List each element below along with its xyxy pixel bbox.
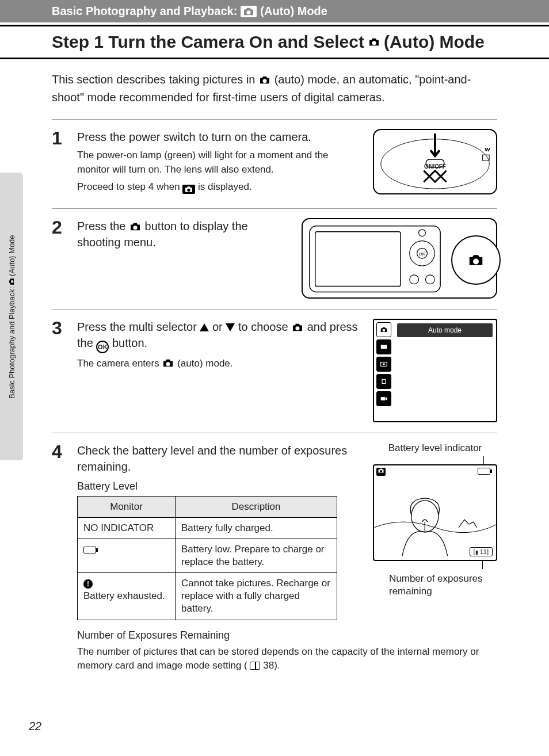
step-number: 2 <box>52 218 77 299</box>
intro-paragraph: This section describes taking pictures i… <box>52 71 497 106</box>
leader-line <box>482 561 483 569</box>
step-number: 4 <box>52 442 77 677</box>
svg-point-9 <box>410 275 419 284</box>
table-row: NO INDICATOR Battery fully charged. <box>78 518 337 539</box>
camera-icon <box>182 185 195 194</box>
svg-rect-16 <box>381 397 386 400</box>
table-row: Battery low. Prepare to charge or replac… <box>78 539 337 573</box>
triangle-up-icon <box>200 323 209 331</box>
step3-heading: Press the multi selector or to choose an… <box>77 319 363 353</box>
battery-level-heading: Battery Level <box>77 480 363 492</box>
step3-figure: Auto mode <box>373 319 497 422</box>
triangle-down-icon <box>226 323 235 331</box>
mode-scene-icon <box>376 339 391 354</box>
step-3: 3 Press the multi selector or to choose … <box>52 309 497 433</box>
step1-figure: W ON/OFF <box>373 129 497 194</box>
step-1: 1 Press the power switch to turn on the … <box>52 119 497 208</box>
step-4: 4 Check the battery level and the number… <box>52 433 497 687</box>
header-suffix: (Auto) Mode <box>260 5 327 18</box>
page-title: Step 1 Turn the Camera On and Select (Au… <box>0 25 549 59</box>
battery-low-icon <box>83 547 96 553</box>
svg-rect-15 <box>382 379 386 383</box>
onoff-label: ON/OFF <box>424 163 446 170</box>
mode-movie-icon <box>376 391 391 406</box>
camera-icon <box>258 75 271 85</box>
chapter-header: Basic Photography and Playback: (Auto) M… <box>0 0 549 22</box>
step-number: 1 <box>52 129 77 198</box>
step-number: 3 <box>52 319 77 422</box>
camera-icon <box>129 222 142 231</box>
side-tab: Basic Photography and Playback: (Auto) M… <box>0 173 23 460</box>
mode-smart-icon <box>376 357 391 372</box>
page-number: 22 <box>29 720 41 733</box>
camera-icon <box>241 6 257 17</box>
step1-sub2: Proceed to step 4 when is displayed. <box>77 180 363 194</box>
svg-rect-12 <box>381 345 387 349</box>
title-prefix: Step 1 Turn the Camera On and Select <box>52 32 364 52</box>
step-2: 2 Press the button to display the shooti… <box>52 208 497 309</box>
camera-icon <box>291 323 304 332</box>
camera-icon <box>162 358 174 368</box>
step3-sub: The camera enters (auto) mode. <box>77 357 363 371</box>
svg-point-10 <box>425 275 434 284</box>
mode-auto-icon <box>376 322 391 337</box>
manual-reference-icon <box>250 662 260 670</box>
step1-heading: Press the power switch to turn on the ca… <box>77 129 363 145</box>
exposures-remaining: [▮ 11] <box>470 547 493 556</box>
title-suffix: (Auto) Mode <box>384 32 485 52</box>
exposures-remaining-label: Number of exposures remaining <box>389 572 497 598</box>
svg-text:OK: OK <box>419 251 426 257</box>
table-header-monitor: Monitor <box>78 496 176 517</box>
camera-icon <box>368 37 380 47</box>
warning-icon: ! <box>83 579 93 589</box>
svg-point-11 <box>419 230 426 236</box>
header-prefix: Basic Photography and Playback: <box>52 5 237 18</box>
leader-line <box>483 456 484 464</box>
step4-heading: Check the battery level and the number o… <box>77 442 363 475</box>
svg-text:W: W <box>485 146 490 152</box>
svg-rect-5 <box>315 232 401 287</box>
table-row: ! Battery exhausted. Cannot take picture… <box>78 573 337 620</box>
step4-figure: [▮ 11] <box>373 464 497 561</box>
step2-heading: Press the button to display the shooting… <box>77 218 291 250</box>
mode-label: Auto mode <box>397 323 493 337</box>
ok-icon: OK <box>96 341 109 353</box>
mode-anti-shake-icon <box>376 374 391 389</box>
battery-indicator-label: Battery level indicator <box>373 442 497 454</box>
exposures-body: The number of pictures that can be store… <box>77 645 497 673</box>
battery-table: Monitor Description NO INDICATOR Battery… <box>77 496 337 620</box>
svg-point-14 <box>383 363 385 365</box>
step1-sub1: The power-on lamp (green) will light for… <box>77 148 363 177</box>
step2-figure: OK <box>302 218 497 299</box>
exposures-heading: Number of Exposures Remaining <box>77 629 497 642</box>
table-header-description: Description <box>176 496 337 517</box>
